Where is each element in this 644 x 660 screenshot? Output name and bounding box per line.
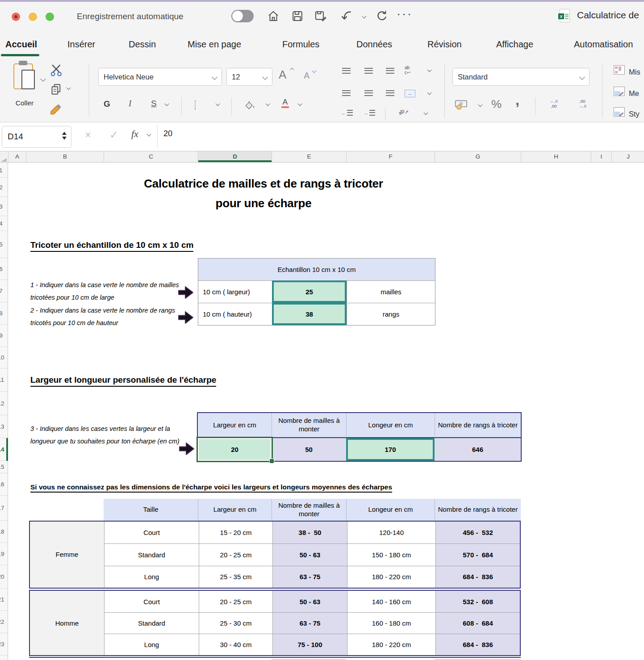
tab-donnees[interactable]: Données [356, 39, 392, 50]
table-cell[interactable]: 684 - 836 [435, 566, 520, 588]
table-cell[interactable]: 30 - 40 cm [199, 634, 272, 655]
decrease-decimal-icon[interactable]: ,00→,0 [574, 99, 590, 109]
stitches-result-cell[interactable]: 50 [272, 438, 346, 461]
sample-row2-label[interactable]: 10 cm ( hauteur) [198, 303, 272, 325]
table-cell[interactable]: 50 - 63 [272, 591, 347, 612]
font-color-icon[interactable]: A [281, 98, 289, 108]
table-cell[interactable]: 15 - 20 cm [199, 522, 272, 543]
table-cell[interactable]: 120-140 [347, 522, 435, 543]
font-size-select[interactable]: 12 [226, 68, 272, 86]
save-as-icon[interactable] [314, 10, 329, 22]
column-header-J[interactable]: J [611, 151, 644, 162]
row-header-15[interactable]: 15 [0, 461, 8, 473]
stitches-input-cell[interactable]: 25 [272, 280, 347, 303]
sample-row1-label[interactable]: 10 cm ( largeur) [198, 280, 272, 303]
grow-font-button[interactable]: A [279, 68, 286, 82]
undo-icon[interactable] [340, 10, 354, 23]
align-right-icon[interactable] [386, 90, 394, 96]
increase-decimal-icon[interactable]: ←,0,00 [546, 99, 562, 109]
table-cell[interactable]: 25 - 30 cm [199, 612, 272, 634]
tab-inserer[interactable]: Insérer [67, 39, 95, 50]
wrap-text-chevron[interactable] [427, 68, 432, 72]
format-painter-icon[interactable] [49, 103, 63, 116]
tab-mise-en-page[interactable]: Mise en page [188, 39, 241, 50]
underline-dropdown-chevron[interactable] [165, 102, 169, 106]
row-header-5[interactable]: 5 [0, 231, 8, 258]
column-header-A[interactable]: A [8, 151, 26, 162]
row-header-8[interactable]: 8 [0, 302, 8, 325]
tab-automatisation[interactable]: Automatisation [574, 39, 633, 50]
formula-input-value[interactable]: 20 [163, 129, 172, 138]
conditional-formatting-label[interactable]: Mis [629, 68, 640, 76]
column-header-C[interactable]: C [104, 151, 198, 162]
table-cell[interactable]: 50 - 63 [272, 543, 347, 565]
zoom-window-button[interactable] [46, 13, 54, 21]
copy-icon[interactable] [50, 83, 63, 96]
name-box-stepper[interactable] [62, 132, 67, 140]
align-top-icon[interactable] [342, 68, 351, 74]
italic-button[interactable]: I [129, 99, 131, 109]
row-header-16[interactable]: 16 [0, 473, 8, 496]
row-header-3[interactable]: 3 [0, 197, 8, 216]
name-box[interactable]: D14 [2, 126, 71, 148]
group-label[interactable]: Femme [30, 522, 105, 588]
more-commands-icon[interactable]: ··· [397, 7, 413, 21]
row-header-11[interactable]: 11 [0, 368, 8, 392]
tab-accueil[interactable]: Accueil [5, 39, 37, 50]
column-header-I[interactable]: I [591, 151, 611, 162]
cancel-entry-icon[interactable]: × [85, 129, 91, 141]
shrink-font-button[interactable]: A [304, 71, 309, 81]
row-header-9[interactable]: 9 [0, 325, 8, 347]
copy-dropdown-chevron[interactable] [67, 86, 71, 90]
table-cell[interactable]: 608 - 684 [435, 612, 520, 634]
column-header-G[interactable]: G [435, 151, 521, 162]
table-cell[interactable]: 160 - 180 cm [347, 612, 435, 634]
table-cell[interactable]: 75 - 100 [272, 634, 347, 655]
cell-styles-icon[interactable] [614, 107, 625, 117]
font-color-dropdown-chevron[interactable] [298, 102, 302, 106]
row-header-4[interactable]: 4 [0, 216, 8, 231]
bold-button[interactable]: G [104, 99, 110, 109]
save-icon[interactable] [291, 10, 304, 22]
active-cell-selection[interactable] [197, 437, 273, 462]
select-all-corner[interactable] [1, 158, 7, 162]
column-header-D[interactable]: D [198, 151, 272, 162]
column-header-E[interactable]: E [272, 151, 346, 162]
table-cell[interactable]: 25 - 35 cm [199, 566, 272, 588]
merge-cells-chevron[interactable] [427, 91, 432, 95]
row-header-22[interactable]: 22 [0, 611, 8, 633]
tab-revision[interactable]: Révision [427, 39, 462, 50]
percent-style-icon[interactable]: % [491, 97, 502, 111]
font-name-select[interactable]: Helvetica Neue [98, 68, 222, 86]
text-orientation-icon[interactable]: ab↗ [398, 109, 409, 115]
table-cell[interactable]: 150 - 180 cm [347, 543, 435, 565]
minimize-window-button[interactable] [29, 13, 37, 21]
column-header-F[interactable]: F [346, 151, 435, 162]
redo-icon[interactable] [375, 10, 388, 22]
cell-styles-label[interactable]: Sty [629, 110, 640, 118]
table-cell[interactable]: Standard [105, 543, 199, 565]
align-left-icon[interactable] [342, 90, 351, 96]
conditional-formatting-icon[interactable] [614, 65, 625, 75]
row-header-17[interactable]: 17 [0, 496, 8, 521]
row-header-13[interactable]: 13 [0, 415, 8, 438]
align-middle-icon[interactable] [364, 68, 373, 74]
tab-formules[interactable]: Formules [282, 39, 319, 50]
sample-row2-unit[interactable]: rangs [347, 303, 435, 325]
fill-handle[interactable] [269, 459, 274, 464]
decrease-indent-icon[interactable]: ← [341, 110, 353, 116]
row-header-19[interactable]: 19 [0, 543, 8, 565]
accounting-format-icon[interactable] [455, 99, 468, 110]
row-header-18[interactable]: 18 [0, 521, 8, 543]
close-window-button[interactable] [12, 13, 20, 21]
autosave-toggle[interactable] [231, 10, 254, 22]
fill-color-dropdown-chevron[interactable] [266, 102, 270, 106]
row-header-12[interactable]: 12 [0, 392, 8, 415]
format-as-table-label[interactable]: Me [629, 89, 639, 98]
rows-result-cell[interactable]: 646 [435, 438, 521, 461]
borders-icon[interactable] [195, 100, 196, 109]
column-header-H[interactable]: H [521, 151, 591, 162]
table-cell[interactable]: 20 - 25 cm [199, 543, 272, 565]
align-bottom-icon[interactable] [386, 68, 394, 74]
comma-style-icon[interactable]: , [515, 92, 519, 109]
